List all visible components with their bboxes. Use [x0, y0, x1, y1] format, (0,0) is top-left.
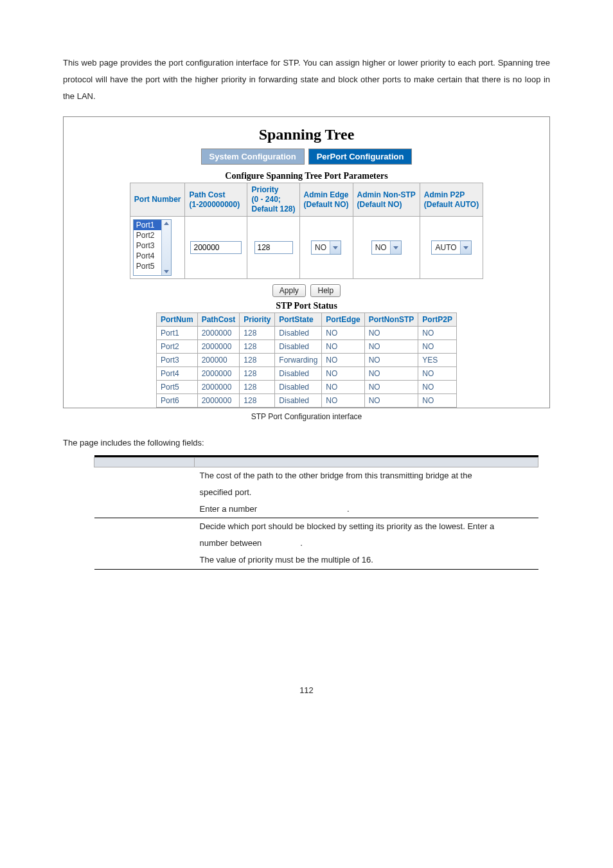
- th-admin-edge: Admin Edge (Default NO): [299, 183, 353, 217]
- table-cell: 128: [240, 327, 275, 340]
- table-row: Port22000000128DisabledNONONO: [156, 340, 456, 354]
- th-priority: Priority: [240, 313, 275, 327]
- table-cell: NO: [364, 354, 418, 367]
- tab-perport-configuration[interactable]: PerPort Configuration: [308, 149, 413, 165]
- table-cell: NO: [322, 367, 364, 381]
- table-cell: NO: [364, 367, 418, 381]
- table-cell: 2000000: [197, 394, 240, 408]
- intro-paragraph: This web page provides the port configur…: [63, 55, 550, 105]
- admin-nonstp-value: NO: [372, 243, 390, 252]
- th-portedge: PortEdge: [322, 313, 364, 327]
- configure-title: Configure Spanning Tree Port Parameters: [64, 171, 549, 181]
- port-list-scrollbar[interactable]: [161, 220, 171, 275]
- table-cell: Disabled: [275, 327, 322, 340]
- chevron-down-icon: [390, 241, 401, 254]
- field-desc-priority-2: number between.: [195, 535, 538, 552]
- table-cell: NO: [418, 381, 457, 394]
- table-cell: Port1: [156, 327, 197, 340]
- th-path-cost: Path Cost (1-200000000): [185, 183, 247, 217]
- path-cost-input[interactable]: [190, 241, 242, 254]
- table-row: Port52000000128DisabledNONONO: [156, 381, 456, 394]
- table-cell: Port2: [156, 340, 197, 354]
- table-cell: 128: [240, 354, 275, 367]
- stp-screenshot-panel: Spanning Tree System Configuration PerPo…: [63, 116, 550, 408]
- chevron-down-icon: [460, 241, 471, 254]
- admin-edge-select[interactable]: NO: [311, 240, 341, 255]
- th-portstate: PortState: [275, 313, 322, 327]
- port-list[interactable]: Port1 Port2 Port3 Port4 Port5: [133, 219, 172, 276]
- table-cell: NO: [322, 327, 364, 340]
- fields-intro: The page includes the following fields:: [63, 438, 550, 448]
- field-label-priority: [94, 518, 195, 536]
- table-cell: 2000000: [197, 381, 240, 394]
- table-row: Port42000000128DisabledNONONO: [156, 367, 456, 381]
- field-desc-priority-1: Decide which port should be blocked by s…: [195, 518, 538, 536]
- table-cell: NO: [364, 340, 418, 354]
- table-cell: NO: [418, 367, 457, 381]
- chevron-down-icon: [330, 241, 341, 254]
- table-row: Port3200000128ForwardingNONOYES: [156, 354, 456, 367]
- table-cell: 2000000: [197, 340, 240, 354]
- admin-edge-value: NO: [312, 243, 330, 252]
- table-cell: 128: [240, 367, 275, 381]
- table-cell: 2000000: [197, 327, 240, 340]
- table-cell: Disabled: [275, 340, 322, 354]
- th-priority: Priority (0 - 240; Default 128): [247, 183, 299, 217]
- screenshot-caption: STP Port Configuration interface: [63, 412, 550, 421]
- th-admin-nonstp: Admin Non-STP (Default NO): [353, 183, 420, 217]
- table-cell: 128: [240, 394, 275, 408]
- table-cell: Disabled: [275, 367, 322, 381]
- table-cell: NO: [322, 381, 364, 394]
- field-label-pathcost: [94, 467, 195, 485]
- field-desc-priority-3: The value of priority must be the multip…: [195, 552, 538, 568]
- tab-system-configuration[interactable]: System Configuration: [201, 149, 305, 165]
- status-table: PortNum PathCost Priority PortState Port…: [156, 312, 457, 408]
- table-cell: Disabled: [275, 394, 322, 408]
- table-cell: Port5: [156, 381, 197, 394]
- th-admin-p2p: Admin P2P (Default AUTO): [420, 183, 483, 217]
- admin-p2p-select[interactable]: AUTO: [431, 240, 471, 255]
- page-number: 112: [63, 685, 550, 695]
- table-row: Port62000000128DisabledNONONO: [156, 394, 456, 408]
- table-cell: 128: [240, 381, 275, 394]
- admin-nonstp-select[interactable]: NO: [371, 240, 402, 255]
- table-cell: NO: [418, 327, 457, 340]
- table-cell: NO: [322, 340, 364, 354]
- table-cell: Port3: [156, 354, 197, 367]
- fields-table: The cost of the path to the other bridge…: [94, 455, 538, 570]
- help-button[interactable]: Help: [310, 284, 341, 297]
- tab-row: System Configuration PerPort Configurati…: [64, 149, 549, 165]
- table-cell: NO: [418, 340, 457, 354]
- field-desc-pathcost-3: Enter a number.: [195, 501, 538, 518]
- th-port-number: Port Number: [130, 183, 185, 217]
- table-cell: 200000: [197, 354, 240, 367]
- table-cell: NO: [418, 394, 457, 408]
- table-cell: 2000000: [197, 367, 240, 381]
- table-cell: 128: [240, 340, 275, 354]
- table-cell: NO: [364, 327, 418, 340]
- th-portp2p: PortP2P: [418, 313, 457, 327]
- admin-p2p-value: AUTO: [432, 243, 459, 252]
- priority-input[interactable]: [254, 241, 293, 254]
- table-cell: Disabled: [275, 381, 322, 394]
- table-row: Port12000000128DisabledNONONO: [156, 327, 456, 340]
- table-cell: YES: [418, 354, 457, 367]
- table-cell: NO: [364, 394, 418, 408]
- status-title: STP Port Status: [64, 301, 549, 311]
- field-desc-pathcost-1: The cost of the path to the other bridge…: [195, 467, 538, 485]
- th-pathcost: PathCost: [197, 313, 240, 327]
- table-cell: NO: [322, 354, 364, 367]
- config-table: Port Number Path Cost (1-200000000) Prio…: [130, 183, 483, 279]
- table-cell: Port6: [156, 394, 197, 408]
- field-desc-pathcost-2: specified port.: [195, 484, 538, 501]
- th-portnum: PortNum: [156, 313, 197, 327]
- table-cell: Forwarding: [275, 354, 322, 367]
- table-cell: NO: [322, 394, 364, 408]
- panel-title: Spanning Tree: [64, 117, 549, 149]
- apply-button[interactable]: Apply: [272, 284, 306, 297]
- button-row: Apply Help: [64, 284, 549, 297]
- table-cell: NO: [364, 381, 418, 394]
- table-cell: Port4: [156, 367, 197, 381]
- th-portnonstp: PortNonSTP: [364, 313, 418, 327]
